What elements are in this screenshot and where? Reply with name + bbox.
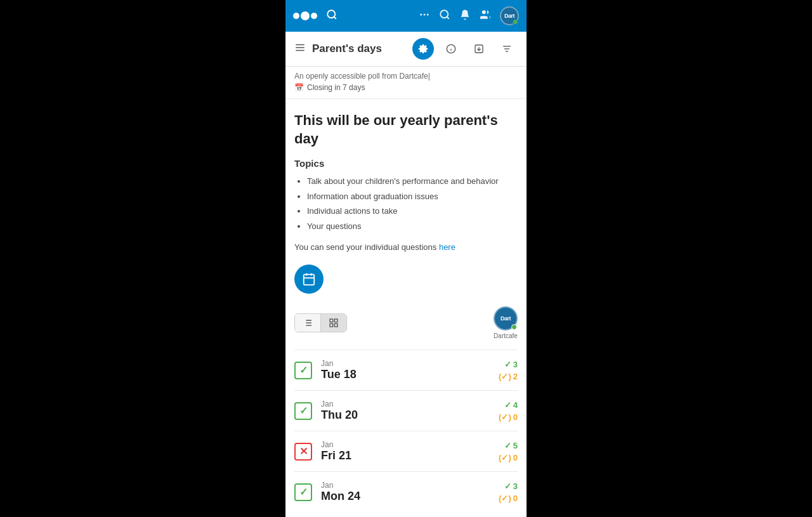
svg-line-6 <box>447 16 449 18</box>
svg-rect-31 <box>334 319 337 322</box>
filter-button[interactable] <box>496 38 518 60</box>
participant-name: Dartcafe <box>494 332 518 339</box>
calendar-small-icon: 📅 <box>294 83 304 92</box>
participant-area: Dart Dartcafe <box>494 306 518 339</box>
poll-title: This will be our yearly parent's day <box>294 112 518 148</box>
svg-point-2 <box>420 13 422 15</box>
contacts-icon[interactable] <box>480 9 491 23</box>
date-option[interactable]: ✓ Jan Tue 18 ✓ 3 (✓) 2 <box>294 350 518 390</box>
svg-point-0 <box>327 10 335 18</box>
svg-point-4 <box>427 13 429 15</box>
menu-icon[interactable] <box>294 42 306 56</box>
grid-view-button[interactable] <box>321 314 346 332</box>
date-checkbox[interactable]: ✓ <box>294 483 312 501</box>
topics-list: Talk about your children's performance a… <box>294 175 518 232</box>
app-logo[interactable] <box>293 11 317 20</box>
page-title: Parent's days <box>312 43 406 55</box>
date-month: Jan <box>321 400 490 409</box>
notifications-icon[interactable] <box>459 9 471 23</box>
date-info: Jan Tue 18 <box>321 359 490 381</box>
date-day: Tue 18 <box>321 368 490 381</box>
view-controls: Dart Dartcafe <box>294 306 518 339</box>
more-icon[interactable] <box>419 9 430 23</box>
check-icon: ✓ <box>504 360 511 369</box>
date-month: Jan <box>321 359 490 368</box>
date-counts: ✓ 4 (✓) 0 <box>499 400 518 422</box>
date-info: Jan Thu 20 <box>321 400 490 422</box>
online-status-dot <box>513 19 518 25</box>
main-content: This will be our yearly parent's day Top… <box>285 99 527 517</box>
maybe-icon: (✓) <box>499 453 511 462</box>
toolbar: Parent's days <box>285 32 527 67</box>
date-checkbox[interactable]: ✕ <box>294 443 312 461</box>
questions-link[interactable]: here <box>439 242 455 252</box>
participant-online-dot <box>511 324 517 330</box>
date-day: Mon 24 <box>321 490 490 503</box>
list-item: Talk about your children's performance a… <box>307 175 518 188</box>
maybe-count: (✓) 0 <box>499 453 518 462</box>
date-counts: ✓ 3 (✓) 2 <box>499 360 518 381</box>
check-icon: ✓ <box>504 481 511 491</box>
list-item: Information about graduation issues <box>307 190 518 203</box>
topics-heading: Topics <box>294 158 518 169</box>
date-option[interactable]: ✕ Jan Fri 21 ✓ 5 (✓) 0 <box>294 431 518 471</box>
info-button[interactable] <box>440 38 462 60</box>
top-navigation: Dart <box>285 0 527 32</box>
check-icon: ✓ <box>504 400 511 410</box>
search-button[interactable] <box>439 9 450 23</box>
svg-rect-33 <box>334 324 337 327</box>
maybe-icon: (✓) <box>499 494 511 503</box>
maybe-count: (✓) 0 <box>499 494 518 503</box>
svg-line-1 <box>334 16 336 18</box>
svg-rect-30 <box>330 319 333 322</box>
questions-text: You can send your individual questions h… <box>294 242 518 252</box>
yes-count: ✓ 3 <box>504 360 518 369</box>
svg-rect-20 <box>304 275 315 285</box>
list-item: Individual actions to take <box>307 205 518 218</box>
date-month: Jan <box>321 481 490 490</box>
avatar-text: Dart <box>504 13 514 19</box>
date-option[interactable]: ✓ Jan Mon 24 ✓ 3 (✓) 0 <box>294 471 518 512</box>
date-checkbox[interactable]: ✓ <box>294 362 312 379</box>
subtitle-bar: An openly accessible poll from Dartcafe|… <box>285 67 527 99</box>
settings-button[interactable] <box>412 38 434 60</box>
export-button[interactable] <box>468 38 490 60</box>
list-view-button[interactable] <box>295 314 320 332</box>
maybe-icon: (✓) <box>499 412 511 422</box>
maybe-count: (✓) 2 <box>499 372 518 381</box>
date-month: Jan <box>321 440 490 449</box>
yes-count: ✓ 5 <box>504 441 518 450</box>
date-day: Thu 20 <box>321 409 490 422</box>
subtitle-text: An openly accessible poll from Dartcafe| <box>294 72 518 81</box>
date-info: Jan Fri 21 <box>321 440 490 462</box>
participant-avatar: Dart <box>494 306 518 330</box>
view-toggle <box>294 313 347 332</box>
date-counts: ✓ 3 (✓) 0 <box>499 481 518 503</box>
maybe-icon: (✓) <box>499 372 511 381</box>
search-icon[interactable] <box>326 9 337 23</box>
calendar-button[interactable] <box>294 265 324 294</box>
svg-point-7 <box>482 10 486 14</box>
date-option[interactable]: ✓ Jan Thu 20 ✓ 4 (✓) 0 <box>294 390 518 431</box>
svg-point-3 <box>424 13 426 15</box>
check-icon: ✓ <box>504 441 511 450</box>
svg-rect-32 <box>330 324 333 327</box>
closing-text: Closing in 7 days <box>307 83 365 92</box>
date-options-list: ✓ Jan Tue 18 ✓ 3 (✓) 2 ✓ Jan Thu 20 <box>294 350 518 512</box>
yes-count: ✓ 4 <box>504 400 518 410</box>
date-info: Jan Mon 24 <box>321 481 490 503</box>
date-checkbox[interactable]: ✓ <box>294 402 312 420</box>
maybe-count: (✓) 0 <box>499 412 518 422</box>
date-day: Fri 21 <box>321 449 490 462</box>
date-counts: ✓ 5 (✓) 0 <box>499 441 518 462</box>
avatar[interactable]: Dart <box>500 6 519 25</box>
yes-count: ✓ 3 <box>504 481 518 491</box>
list-item: Your questions <box>307 220 518 233</box>
svg-point-5 <box>440 10 448 18</box>
